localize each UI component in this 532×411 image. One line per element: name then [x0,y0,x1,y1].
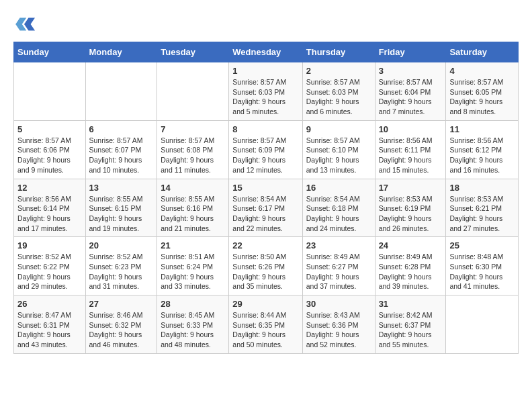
day-info: Sunrise: 8:57 AMSunset: 6:03 PMDaylight:… [232,77,298,117]
day-number: 11 [449,124,515,134]
calendar-week-row: 19Sunrise: 8:52 AMSunset: 6:22 PMDayligh… [14,237,519,295]
day-info: Sunrise: 8:43 AMSunset: 6:36 PMDaylight:… [306,310,371,350]
calendar-week-row: 12Sunrise: 8:56 AMSunset: 6:14 PMDayligh… [14,179,519,237]
page-header [13,13,519,35]
calendar-cell: 19Sunrise: 8:52 AMSunset: 6:22 PMDayligh… [14,237,86,295]
day-info: Sunrise: 8:45 AMSunset: 6:33 PMDaylight:… [161,310,225,350]
calendar-table: SundayMondayTuesdayWednesdayThursdayFrid… [13,42,519,354]
day-number: 19 [17,240,82,250]
day-number: 27 [89,299,154,309]
day-number: 9 [306,124,371,134]
svg-marker-1 [24,17,35,30]
calendar-cell: 28Sunrise: 8:45 AMSunset: 6:33 PMDayligh… [157,295,229,354]
day-number: 23 [306,240,371,250]
day-info: Sunrise: 8:55 AMSunset: 6:15 PMDaylight:… [89,194,154,234]
day-number: 30 [306,299,371,309]
day-number: 17 [379,183,443,193]
calendar-cell: 17Sunrise: 8:53 AMSunset: 6:19 PMDayligh… [375,179,446,237]
day-info: Sunrise: 8:57 AMSunset: 6:05 PMDaylight:… [449,77,515,117]
calendar-cell [14,62,86,121]
calendar-cell: 26Sunrise: 8:47 AMSunset: 6:31 PMDayligh… [14,295,86,354]
calendar-cell: 2Sunrise: 8:57 AMSunset: 6:03 PMDaylight… [302,62,375,121]
day-info: Sunrise: 8:51 AMSunset: 6:24 PMDaylight:… [161,252,225,291]
day-info: Sunrise: 8:57 AMSunset: 6:09 PMDaylight:… [232,136,298,175]
calendar-cell: 5Sunrise: 8:57 AMSunset: 6:06 PMDaylight… [14,120,86,179]
day-number: 20 [89,240,154,250]
calendar-cell: 1Sunrise: 8:57 AMSunset: 6:03 PMDaylight… [229,62,302,121]
day-number: 7 [161,124,225,134]
day-number: 18 [449,183,515,193]
weekday-header-sunday: Sunday [14,42,86,62]
day-info: Sunrise: 8:50 AMSunset: 6:26 PMDaylight:… [232,252,298,291]
calendar-cell: 25Sunrise: 8:48 AMSunset: 6:30 PMDayligh… [446,237,519,295]
day-number: 15 [232,183,298,193]
calendar-cell: 11Sunrise: 8:56 AMSunset: 6:12 PMDayligh… [446,120,519,179]
day-number: 31 [379,299,443,309]
calendar-header: SundayMondayTuesdayWednesdayThursdayFrid… [14,42,519,62]
day-info: Sunrise: 8:46 AMSunset: 6:32 PMDaylight:… [89,310,154,350]
day-number: 16 [306,183,371,193]
calendar-cell: 9Sunrise: 8:57 AMSunset: 6:10 PMDaylight… [302,120,375,179]
day-info: Sunrise: 8:57 AMSunset: 6:07 PMDaylight:… [89,136,154,175]
calendar-cell: 21Sunrise: 8:51 AMSunset: 6:24 PMDayligh… [157,237,229,295]
day-info: Sunrise: 8:52 AMSunset: 6:22 PMDaylight:… [17,252,82,291]
calendar-cell: 24Sunrise: 8:49 AMSunset: 6:28 PMDayligh… [375,237,446,295]
calendar-cell: 23Sunrise: 8:49 AMSunset: 6:27 PMDayligh… [302,237,375,295]
day-number: 3 [379,66,443,76]
logo [13,13,38,35]
calendar-cell [85,62,157,121]
day-number: 6 [89,124,154,134]
day-info: Sunrise: 8:55 AMSunset: 6:16 PMDaylight:… [161,194,225,234]
day-info: Sunrise: 8:44 AMSunset: 6:35 PMDaylight:… [232,310,298,350]
calendar-week-row: 26Sunrise: 8:47 AMSunset: 6:31 PMDayligh… [14,295,519,354]
day-info: Sunrise: 8:47 AMSunset: 6:31 PMDaylight:… [17,310,82,350]
calendar-week-row: 5Sunrise: 8:57 AMSunset: 6:06 PMDaylight… [14,120,519,179]
day-number: 22 [232,240,298,250]
calendar-cell: 20Sunrise: 8:52 AMSunset: 6:23 PMDayligh… [85,237,157,295]
calendar-cell: 27Sunrise: 8:46 AMSunset: 6:32 PMDayligh… [85,295,157,354]
weekday-header-wednesday: Wednesday [229,42,302,62]
calendar-cell: 15Sunrise: 8:54 AMSunset: 6:17 PMDayligh… [229,179,302,237]
calendar-cell: 6Sunrise: 8:57 AMSunset: 6:07 PMDaylight… [85,120,157,179]
calendar-week-row: 1Sunrise: 8:57 AMSunset: 6:03 PMDaylight… [14,62,519,121]
calendar-cell: 22Sunrise: 8:50 AMSunset: 6:26 PMDayligh… [229,237,302,295]
calendar-cell [157,62,229,121]
day-number: 1 [232,66,298,76]
day-info: Sunrise: 8:48 AMSunset: 6:30 PMDaylight:… [449,252,515,291]
calendar-cell: 7Sunrise: 8:57 AMSunset: 6:08 PMDaylight… [157,120,229,179]
day-number: 4 [449,66,515,76]
day-number: 10 [379,124,443,134]
day-number: 29 [232,299,298,309]
day-number: 8 [232,124,298,134]
day-number: 25 [449,240,515,250]
calendar-cell: 13Sunrise: 8:55 AMSunset: 6:15 PMDayligh… [85,179,157,237]
calendar-cell [446,295,519,354]
day-info: Sunrise: 8:57 AMSunset: 6:08 PMDaylight:… [161,136,225,175]
day-number: 28 [161,299,225,309]
day-number: 2 [306,66,371,76]
day-number: 26 [17,299,82,309]
day-info: Sunrise: 8:56 AMSunset: 6:14 PMDaylight:… [17,194,82,234]
day-number: 21 [161,240,225,250]
day-info: Sunrise: 8:54 AMSunset: 6:17 PMDaylight:… [232,194,298,234]
weekday-header-monday: Monday [85,42,157,62]
day-info: Sunrise: 8:57 AMSunset: 6:03 PMDaylight:… [306,77,371,117]
calendar-cell: 31Sunrise: 8:42 AMSunset: 6:37 PMDayligh… [375,295,446,354]
weekday-header-friday: Friday [375,42,446,62]
calendar-cell: 29Sunrise: 8:44 AMSunset: 6:35 PMDayligh… [229,295,302,354]
calendar-cell: 8Sunrise: 8:57 AMSunset: 6:09 PMDaylight… [229,120,302,179]
day-info: Sunrise: 8:56 AMSunset: 6:11 PMDaylight:… [379,136,443,175]
day-info: Sunrise: 8:49 AMSunset: 6:27 PMDaylight:… [306,252,371,291]
weekday-header-row: SundayMondayTuesdayWednesdayThursdayFrid… [14,42,519,62]
calendar-cell: 18Sunrise: 8:53 AMSunset: 6:21 PMDayligh… [446,179,519,237]
day-info: Sunrise: 8:57 AMSunset: 6:04 PMDaylight:… [379,77,443,117]
day-info: Sunrise: 8:57 AMSunset: 6:10 PMDaylight:… [306,136,371,175]
calendar-cell: 10Sunrise: 8:56 AMSunset: 6:11 PMDayligh… [375,120,446,179]
day-info: Sunrise: 8:54 AMSunset: 6:18 PMDaylight:… [306,194,371,234]
day-number: 14 [161,183,225,193]
day-info: Sunrise: 8:49 AMSunset: 6:28 PMDaylight:… [379,252,443,291]
calendar-cell: 12Sunrise: 8:56 AMSunset: 6:14 PMDayligh… [14,179,86,237]
day-number: 5 [17,124,82,134]
weekday-header-saturday: Saturday [446,42,519,62]
day-info: Sunrise: 8:53 AMSunset: 6:19 PMDaylight:… [379,194,443,234]
